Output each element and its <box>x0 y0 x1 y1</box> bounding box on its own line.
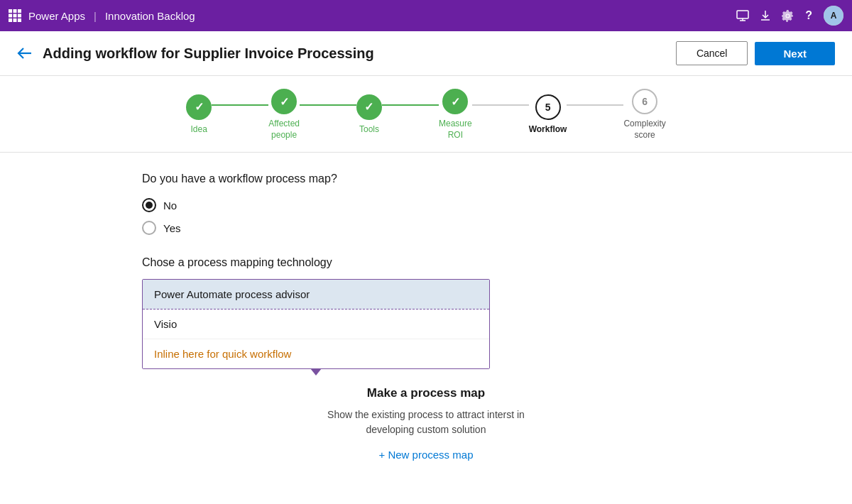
connector-1 <box>212 104 268 106</box>
step-workflow-circle: 5 <box>535 94 561 120</box>
svg-rect-2 <box>18 9 21 13</box>
svg-rect-6 <box>9 18 12 22</box>
step-roi-check <box>451 95 460 109</box>
step-complexity-circle: 6 <box>632 89 657 114</box>
make-process-map-section: Make a process map Show the existing pro… <box>142 386 710 461</box>
product-name: Innovation Backlog <box>105 10 195 22</box>
svg-rect-7 <box>13 18 17 22</box>
radio-no-inner <box>146 202 153 209</box>
topbar: Power Apps | Innovation Backlog ? A <box>0 0 852 31</box>
svg-rect-3 <box>9 14 12 18</box>
svg-rect-5 <box>18 14 21 18</box>
make-map-title: Make a process map <box>142 386 710 400</box>
topbar-right-actions: ? A <box>736 6 843 26</box>
step-idea-label: Idea <box>190 124 207 136</box>
radio-yes[interactable]: Yes <box>142 221 710 235</box>
workflow-radio-group: No Yes <box>142 198 710 235</box>
dropdown-option-visio[interactable]: Visio <box>143 309 489 339</box>
step-workflow-label: Workflow <box>529 124 567 136</box>
connector-2 <box>300 104 356 106</box>
step-complexity-label: Complexity score <box>623 119 665 141</box>
svg-rect-0 <box>9 9 12 13</box>
help-icon[interactable]: ? <box>805 9 812 22</box>
svg-rect-9 <box>737 11 748 18</box>
svg-rect-8 <box>18 18 21 22</box>
radio-no[interactable]: No <box>142 198 710 212</box>
step-roi-label: Measure ROI <box>439 119 472 141</box>
radio-no-outer[interactable] <box>142 198 156 212</box>
back-button[interactable] <box>17 46 33 60</box>
new-process-map-link[interactable]: + New process map <box>142 449 710 461</box>
radio-no-label: No <box>163 199 177 212</box>
step-roi-circle <box>442 89 468 114</box>
connector-5 <box>567 104 623 106</box>
step-tools-check <box>364 100 373 114</box>
step-tools-label: Tools <box>359 124 379 136</box>
workflow-question: Do you have a workflow process map? <box>142 172 710 185</box>
topbar-separator: | <box>94 10 97 22</box>
main-content: Do you have a workflow process map? No Y… <box>0 153 852 481</box>
step-affected-people: Affected people <box>268 89 300 141</box>
header-row: Adding workflow for Supplier Invoice Pro… <box>0 31 852 76</box>
step-affected-label: Affected people <box>268 119 300 141</box>
step-affected-circle <box>271 89 297 114</box>
step-idea: Idea <box>186 94 212 136</box>
step-tools-circle <box>356 94 382 120</box>
cancel-button[interactable]: Cancel <box>676 41 748 65</box>
step-complexity: 6 Complexity score <box>623 89 665 141</box>
svg-rect-4 <box>13 14 17 18</box>
step-idea-circle <box>186 94 212 120</box>
gear-icon[interactable] <box>782 10 794 22</box>
step-measure-roi: Measure ROI <box>439 89 472 141</box>
process-mapping-label: Chose a process mapping technology <box>142 256 710 269</box>
download-icon[interactable] <box>760 10 770 21</box>
step-affected-check <box>280 95 289 109</box>
step-idea-check <box>195 100 204 114</box>
page-title: Adding workflow for Supplier Invoice Pro… <box>43 45 676 62</box>
connector-3 <box>382 104 439 106</box>
dropdown-selected-option[interactable]: Power Automate process advisor <box>143 280 489 309</box>
user-avatar[interactable]: A <box>824 6 843 26</box>
process-mapping-dropdown[interactable]: Power Automate process advisor Visio Inl… <box>142 279 490 369</box>
dropdown-options-list: Visio Inline here for quick workflow <box>143 309 489 368</box>
make-map-description: Show the existing process to attract int… <box>142 407 710 437</box>
svg-rect-1 <box>13 9 17 13</box>
stepper: Idea Affected people Tools Measure ROI 5… <box>0 76 852 153</box>
screen-icon[interactable] <box>736 10 749 21</box>
dropdown-option-inline[interactable]: Inline here for quick workflow <box>143 339 489 368</box>
radio-yes-label: Yes <box>163 222 180 234</box>
dropdown-arrow-icon <box>310 368 322 376</box>
step-workflow: 5 Workflow <box>529 94 567 136</box>
connector-4 <box>472 104 529 106</box>
waffle-icon[interactable] <box>9 9 21 22</box>
radio-yes-outer[interactable] <box>142 221 156 235</box>
next-button[interactable]: Next <box>755 42 835 65</box>
app-name: Power Apps <box>28 10 85 22</box>
step-tools: Tools <box>356 94 382 136</box>
